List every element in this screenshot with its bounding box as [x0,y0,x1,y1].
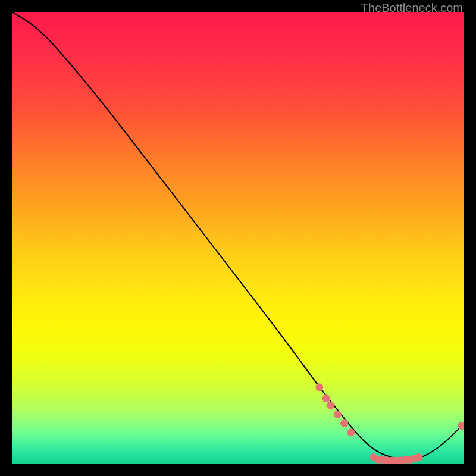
plot-gradient-background [12,12,464,464]
chart-container: TheBottleneck.com [0,0,476,476]
watermark-text: TheBottleneck.com [361,1,463,15]
